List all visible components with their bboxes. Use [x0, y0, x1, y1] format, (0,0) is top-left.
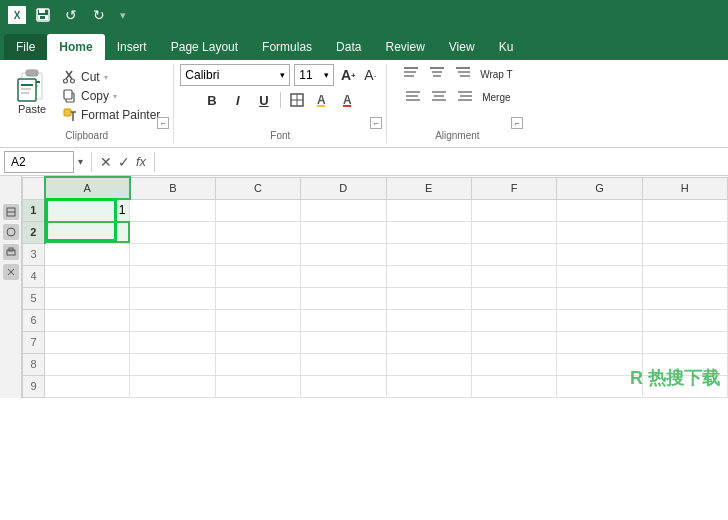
italic-button[interactable]: I [226, 89, 250, 111]
cell-C5[interactable] [215, 287, 300, 309]
cell-H7[interactable] [642, 331, 727, 353]
cell-E3[interactable] [386, 243, 471, 265]
cell-H3[interactable] [642, 243, 727, 265]
cell-A9[interactable] [45, 375, 130, 397]
cell-D9[interactable] [301, 375, 386, 397]
cell-B3[interactable] [130, 243, 215, 265]
cell-H2[interactable] [642, 221, 727, 243]
sidebar-icon-1[interactable] [3, 204, 19, 220]
cell-F7[interactable] [471, 331, 556, 353]
cell-E4[interactable] [386, 265, 471, 287]
redo-button[interactable]: ↻ [88, 4, 110, 26]
fx-icon[interactable]: fx [136, 154, 146, 169]
cell-A8[interactable] [45, 353, 130, 375]
align-top-center-button[interactable] [425, 64, 449, 84]
cell-A1[interactable]: 1 [45, 199, 130, 221]
cell-F1[interactable] [471, 199, 556, 221]
cell-D6[interactable] [301, 309, 386, 331]
cell-A6[interactable] [45, 309, 130, 331]
cell-ref-dropdown[interactable]: ▾ [78, 156, 83, 167]
cell-E9[interactable] [386, 375, 471, 397]
cell-E6[interactable] [386, 309, 471, 331]
cell-E5[interactable] [386, 287, 471, 309]
tab-home[interactable]: Home [47, 34, 104, 60]
cell-B5[interactable] [130, 287, 215, 309]
cell-G8[interactable] [557, 353, 642, 375]
col-header-D[interactable]: D [301, 177, 386, 199]
cell-B8[interactable] [130, 353, 215, 375]
font-increase-button[interactable]: A+ [338, 65, 358, 85]
tab-page-layout[interactable]: Page Layout [159, 34, 250, 60]
tab-view[interactable]: View [437, 34, 487, 60]
confirm-formula-icon[interactable]: ✓ [118, 154, 130, 170]
cell-B6[interactable] [130, 309, 215, 331]
font-name-dropdown[interactable]: Calibri ▾ [180, 64, 290, 86]
col-header-E[interactable]: E [386, 177, 471, 199]
cell-G5[interactable] [557, 287, 642, 309]
formula-input[interactable] [163, 151, 724, 173]
underline-button[interactable]: U [252, 89, 276, 111]
cell-C4[interactable] [215, 265, 300, 287]
sidebar-icon-4[interactable] [3, 264, 19, 280]
cell-B1[interactable] [130, 199, 215, 221]
cell-F9[interactable] [471, 375, 556, 397]
undo-button[interactable]: ↺ [60, 4, 82, 26]
cell-D1[interactable] [301, 199, 386, 221]
cell-B9[interactable] [130, 375, 215, 397]
align-expand[interactable]: ⌐ [511, 117, 523, 129]
col-header-A[interactable]: A [45, 177, 130, 199]
border-button[interactable] [285, 89, 309, 111]
cell-C9[interactable] [215, 375, 300, 397]
cell-A3[interactable] [45, 243, 130, 265]
cell-D4[interactable] [301, 265, 386, 287]
cell-B2[interactable] [130, 221, 215, 243]
col-header-H[interactable]: H [642, 177, 727, 199]
format-painter-button[interactable]: Format Painter [58, 106, 165, 124]
tab-ku[interactable]: Ku [487, 34, 526, 60]
tab-formulas[interactable]: Formulas [250, 34, 324, 60]
sidebar-icon-3[interactable] [3, 244, 19, 260]
cell-D2[interactable] [301, 221, 386, 243]
align-left-button[interactable] [401, 87, 425, 107]
font-expand[interactable]: ⌐ [370, 117, 382, 129]
cell-F2[interactable] [471, 221, 556, 243]
cell-G7[interactable] [557, 331, 642, 353]
align-right-button[interactable] [453, 87, 477, 107]
wrap-text-button[interactable]: Wrap T [477, 64, 515, 84]
cell-D3[interactable] [301, 243, 386, 265]
cell-H6[interactable] [642, 309, 727, 331]
col-header-C[interactable]: C [215, 177, 300, 199]
cell-A4[interactable] [45, 265, 130, 287]
cell-E8[interactable] [386, 353, 471, 375]
fill-color-button[interactable]: A [311, 89, 335, 111]
cell-H4[interactable] [642, 265, 727, 287]
cell-H5[interactable] [642, 287, 727, 309]
cell-C8[interactable] [215, 353, 300, 375]
cell-H8[interactable] [642, 353, 727, 375]
tab-review[interactable]: Review [373, 34, 436, 60]
tab-data[interactable]: Data [324, 34, 373, 60]
cell-A5[interactable] [45, 287, 130, 309]
col-header-F[interactable]: F [471, 177, 556, 199]
cell-G2[interactable] [557, 221, 642, 243]
cell-F8[interactable] [471, 353, 556, 375]
cell-F6[interactable] [471, 309, 556, 331]
cell-A7[interactable] [45, 331, 130, 353]
tab-insert[interactable]: Insert [105, 34, 159, 60]
cell-G9[interactable] [557, 375, 642, 397]
cell-D7[interactable] [301, 331, 386, 353]
paste-button[interactable]: Paste [8, 64, 56, 122]
tab-file[interactable]: File [4, 34, 47, 60]
align-top-left-button[interactable] [399, 64, 423, 84]
cell-C3[interactable] [215, 243, 300, 265]
cell-E2[interactable] [386, 221, 471, 243]
col-header-G[interactable]: G [557, 177, 642, 199]
font-size-dropdown[interactable]: 11 ▾ [294, 64, 334, 86]
cell-F4[interactable] [471, 265, 556, 287]
merge-button[interactable]: Merge [479, 87, 513, 107]
cell-E7[interactable] [386, 331, 471, 353]
sidebar-icon-2[interactable] [3, 224, 19, 240]
cell-F5[interactable] [471, 287, 556, 309]
cell-H9[interactable] [642, 375, 727, 397]
save-button[interactable] [32, 4, 54, 26]
